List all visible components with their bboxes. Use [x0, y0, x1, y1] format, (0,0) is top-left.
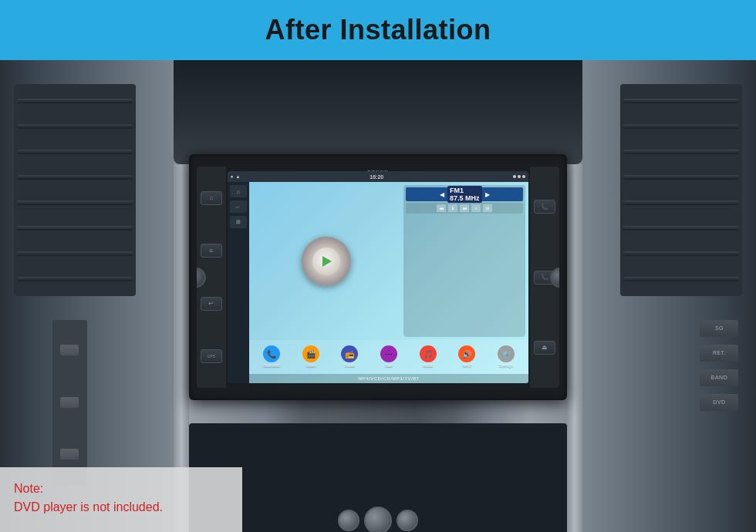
radio-ctrl-btn[interactable]: ⊞	[483, 204, 492, 212]
radio-controls: ⏮ ⏸ ⏭ ≡ ⊞	[406, 203, 523, 214]
music-icon: 🎵	[420, 345, 437, 362]
unit-btn-home[interactable]: ⌂	[201, 191, 222, 205]
screen-nav-bar: ⌂ ← ⊞	[228, 182, 249, 382]
note-line2: DVD player is not included.	[14, 500, 163, 513]
control-btn	[60, 345, 79, 355]
status-dot	[518, 175, 521, 178]
app-icon-sound[interactable]: 🔊 NAVI	[458, 345, 475, 368]
ctrl-icon: ≡	[475, 206, 478, 210]
player-area	[252, 185, 401, 336]
nav-btn-apps[interactable]: ⊞	[230, 216, 247, 228]
freq-display: FM187.5 MHz	[447, 186, 482, 203]
unit-housing: EONON ⌂ ≡ ↩ GPS	[189, 154, 567, 399]
vent-slat	[17, 277, 133, 281]
nav-apps-icon: ⊞	[236, 219, 241, 225]
unit-btn-back[interactable]: ↩	[201, 297, 222, 311]
app-icon-music[interactable]: 🎵 Music	[420, 345, 437, 368]
bottom-controls	[322, 513, 435, 527]
play-button[interactable]	[322, 256, 332, 267]
unit-btn-gps[interactable]: GPS	[201, 349, 222, 363]
bottom-btn[interactable]	[364, 507, 392, 532]
note-overlay: Note: DVD player is not included.	[0, 467, 242, 532]
home-icon: ⌂	[209, 194, 213, 201]
radio-ctrl-next[interactable]: ⏭	[460, 204, 469, 212]
bottom-btn[interactable]	[338, 510, 359, 531]
freq-prev-btn[interactable]: ◀	[440, 191, 444, 198]
right-btn-band: BAND	[700, 369, 738, 386]
right-btn-sg: SG	[700, 320, 738, 337]
navi-icon: ⋯	[380, 345, 397, 362]
unit-screen: ● ▲ 16:20	[228, 171, 528, 382]
right-btn-dvd: DVD	[700, 394, 738, 411]
screen-content: ◀ FM187.5 MHz ▶ ⏮ ⏸ ⏭ ≡	[249, 182, 528, 382]
status-dot	[522, 175, 525, 178]
status-right	[513, 175, 525, 178]
left-panel	[0, 60, 174, 532]
radio-icon: 📻	[341, 345, 358, 362]
call-reject-icon: 📞	[541, 274, 548, 281]
vent-slat	[623, 277, 739, 281]
unit-btn-menu[interactable]: ≡	[201, 244, 222, 258]
vent-slat	[17, 124, 133, 129]
radio-ctrl-btn[interactable]: ≡	[471, 204, 481, 212]
eject-icon: ⏏	[542, 344, 548, 351]
vent-slat	[17, 200, 133, 205]
unit-btn-call-accept[interactable]: 📞	[534, 200, 555, 214]
center-top-recess	[174, 60, 582, 164]
right-controls: SG RET. BAND DVD	[634, 320, 738, 411]
nav-home-icon: ⌂	[237, 189, 240, 194]
vent-slat	[17, 150, 133, 154]
nav-btn-home[interactable]: ⌂	[230, 185, 247, 197]
player-disc	[302, 237, 351, 286]
left-vent	[14, 84, 136, 296]
app-icon-label: NAVI	[463, 363, 471, 368]
app-icon-label: Radio	[345, 363, 355, 368]
ctrl-icon: ⊞	[486, 206, 489, 210]
ctrl-next-icon: ⏭	[463, 206, 467, 210]
video-icon: 🎬	[302, 345, 319, 362]
app-icon-bluetooth[interactable]: 📞 Bluetooth	[263, 345, 280, 368]
player-inner	[312, 247, 340, 275]
ctrl-icon: ⏮	[440, 206, 444, 210]
main-image: SG RET. BAND DVD EONON ⌂	[0, 60, 756, 532]
app-icon-settings[interactable]: ⚙️ Settings	[498, 345, 515, 368]
app-icon-label: Music	[423, 363, 433, 368]
vent-slat	[623, 124, 739, 129]
vent-slat	[623, 150, 739, 154]
nav-back-icon: ←	[235, 204, 241, 210]
gps-icon: GPS	[208, 354, 216, 359]
screen-main: ⌂ ← ⊞	[228, 182, 528, 382]
vent-slat	[623, 175, 739, 180]
call-accept-icon: 📞	[541, 204, 548, 210]
radio-ctrl-play[interactable]: ⏸	[448, 204, 457, 212]
right-vent	[620, 84, 742, 296]
vent-slat	[623, 226, 739, 231]
app-icon-navi[interactable]: ⋯ Navi	[380, 345, 397, 368]
right-btn-label: BAND	[711, 375, 727, 380]
app-icon-label: Video	[305, 363, 316, 368]
control-btn	[60, 397, 79, 408]
freq-next-btn[interactable]: ▶	[485, 191, 490, 198]
radio-ctrl-btn[interactable]: ⏮	[437, 204, 446, 212]
sound-icon: 🔊	[458, 345, 475, 362]
header: After Installation	[0, 0, 756, 60]
unit-btn-eject[interactable]: ⏏	[534, 341, 555, 355]
app-icon-radio[interactable]: 📻 Radio	[341, 345, 358, 368]
right-panel: SG RET. BAND DVD	[582, 60, 756, 532]
right-btn-label: DVD	[713, 399, 725, 405]
radio-freq-bar: ◀ FM187.5 MHz ▶	[406, 187, 523, 201]
bottom-btn[interactable]	[397, 510, 418, 531]
left-control-strip	[52, 320, 87, 485]
nav-btn-back[interactable]: ←	[230, 200, 247, 213]
vent-slat	[623, 200, 739, 205]
page-title: After Installation	[265, 14, 491, 46]
vent-slat	[17, 226, 133, 231]
media-label-bar: MP4/VCD/CD/MP3/TV/BT	[249, 374, 528, 383]
note-line1: Note:	[14, 482, 43, 495]
bluetooth-icon: 📞	[263, 345, 280, 362]
app-icon-video[interactable]: 🎬 Video	[302, 345, 319, 368]
app-icon-label: Navi	[385, 363, 393, 368]
wifi-icon: ●	[231, 174, 234, 179]
app-icon-label: Bluetooth	[264, 363, 280, 368]
status-dot	[513, 175, 516, 178]
